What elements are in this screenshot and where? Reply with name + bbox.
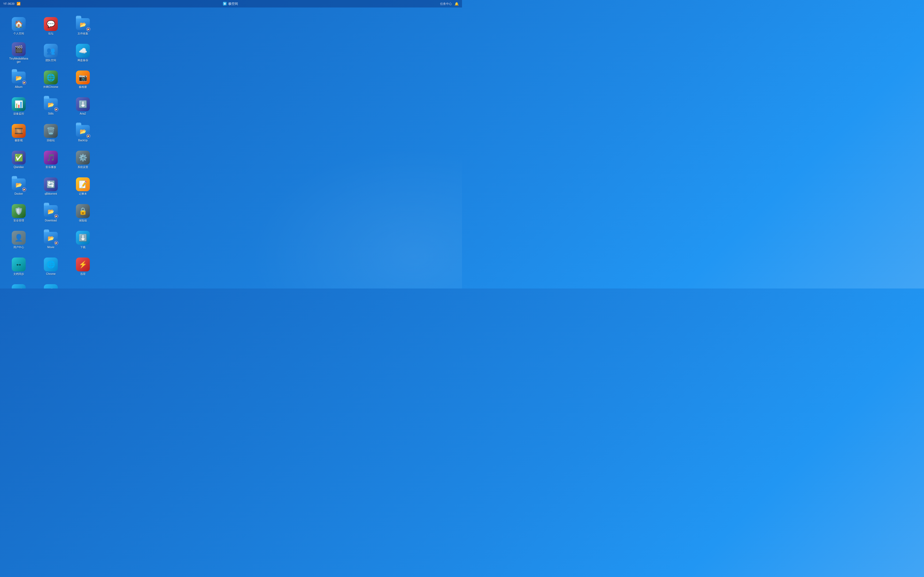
app-label-notes: 记事本 <box>79 192 87 195</box>
app-icon-img-storage-cabinet: 📷 <box>76 71 90 84</box>
app-icon-notes[interactable]: 📝 记事本 <box>67 173 99 200</box>
wifi-icon: 📶 <box>16 2 21 6</box>
app-label-album: Album <box>15 85 23 89</box>
notification-icon[interactable]: 🔔 <box>454 2 459 6</box>
app-label-chrome-app: Chrome <box>46 272 56 276</box>
app-icon-settings[interactable]: ⚙️ 系统设置 <box>67 147 99 173</box>
app-emoji-safe-box: 🔒 <box>79 207 87 215</box>
app-emoji-storage-cabinet: 📷 <box>79 73 87 82</box>
app-icon-movie-folder[interactable]: 📂 📁 Movie <box>35 227 67 253</box>
app-label-file-collect: 文件收集 <box>78 32 88 35</box>
app-icon-img-music: 🎵 <box>44 151 58 164</box>
folder-badge-file-collect: 📁 <box>86 27 90 31</box>
app-icon-img-file-collect: 📂 📁 <box>76 17 90 31</box>
app-label-swift: 迅雷 <box>80 272 86 276</box>
app-emoji-download-app: ⬇️ <box>79 234 87 242</box>
folder-badge-album: 📁 <box>22 81 26 85</box>
app-icon-music[interactable]: 🎵 音乐播放 <box>35 147 67 173</box>
folder-emoji-album: 📂 <box>16 75 22 81</box>
app-icon-storage-cabinet[interactable]: 📷 极相册 <box>67 66 99 93</box>
app-emoji-tiny-media: 🎬 <box>15 45 23 53</box>
app-icon-download-app[interactable]: ⬇️ 下载 <box>67 227 99 253</box>
app-icon-user-center[interactable]: 👤 用户中心 <box>3 227 35 253</box>
app-icon-docker-folder[interactable]: 📂 📁 Docker <box>3 173 35 200</box>
app-icon-file-sync[interactable]: ↔️ 文档同步 <box>3 253 35 280</box>
app-icon-img-aria2: ⬇️ <box>76 97 90 111</box>
app-icon-qbittorrent[interactable]: 🔄 qBittorrent <box>35 173 67 200</box>
app-icon-img-download-app: ⬇️ <box>76 231 90 245</box>
app-emoji-swift: ⚡ <box>79 260 87 269</box>
app-emoji-settings: ⚙️ <box>79 153 87 162</box>
app-icon-tiny-media[interactable]: 🎬 TinyMediaManager <box>3 40 35 66</box>
app-label-team-space: 团队空间 <box>45 59 56 62</box>
topbar-right: 任务中心 🔔 <box>440 2 459 6</box>
device-name: YF-9639 <box>3 2 15 5</box>
topbar-left: YF-9639 📶 <box>3 2 21 6</box>
app-icon-download-folder[interactable]: 📂 📁 Download <box>35 200 67 227</box>
topbar: YF-9639 📶 极 极空间 任务中心 🔔 <box>0 0 462 8</box>
app-icon-security[interactable]: 🛡️ 安全管理 <box>3 200 35 227</box>
app-icon-external-chrome[interactable]: 🌐 外网Chrome <box>35 66 67 93</box>
app-label-download-app: 下载 <box>80 246 86 249</box>
app-label-storage-cabinet: 极相册 <box>79 85 87 89</box>
topbar-center: 极 极空间 <box>21 2 440 6</box>
app-icon-img-movie-folder: 📂 📁 <box>44 231 58 245</box>
app-emoji-chrome-app: 🌐 <box>47 260 55 269</box>
app-icon-img-chrome-app: 🌐 <box>44 258 58 271</box>
app-label-safe-box: 保险箱 <box>79 219 87 222</box>
app-icon-swift[interactable]: ⚡ 迅雷 <box>67 253 99 280</box>
app-icon-device-monitor[interactable]: 📊 设备监控 <box>3 93 35 120</box>
app-label-cloud-backup: 网盘备份 <box>78 59 88 62</box>
app-icon-img-stills: 📂 📁 <box>44 97 58 111</box>
app-label-docker-folder: Docker <box>15 192 23 195</box>
app-label-movie-folder: Movie <box>47 246 55 249</box>
app-label-trash: 回收站 <box>47 139 55 142</box>
app-icon-file-collect[interactable]: 📂 📁 文件收集 <box>67 13 99 40</box>
folder-emoji-file-collect: 📂 <box>80 21 86 28</box>
app-icon-img-security: 🛡️ <box>12 204 26 218</box>
app-label-device-monitor: 设备监控 <box>13 112 24 115</box>
app-label-tiny-media: TinyMediaManager <box>9 57 28 64</box>
app-icon-backup[interactable]: 📂 📁 BackUp <box>67 120 99 147</box>
app-label-qbittorrent: qBittorrent <box>45 192 57 195</box>
folder-emoji-stills: 📂 <box>48 102 54 108</box>
app-icon-cloud-drive[interactable]: ☁️ CloudDrive <box>35 280 67 288</box>
app-icon-qiandao[interactable]: ✅ Qiandao <box>3 147 35 173</box>
folder-badge-docker-folder: 📁 <box>22 187 26 192</box>
app-label-file-sync: 文档同步 <box>13 272 24 276</box>
app-icon-forum[interactable]: 💬 论坛 <box>35 13 67 40</box>
app-icon-chrome-app[interactable]: 🌐 Chrome <box>35 253 67 280</box>
app-icon-img-safe-box: 🔒 <box>76 204 90 218</box>
app-label-stills: Stills <box>48 112 53 115</box>
app-icon-movie-app[interactable]: 🎞️ 极影视 <box>3 120 35 147</box>
app-icon-aria2[interactable]: ⬇️ Aria2 <box>67 93 99 120</box>
app-emoji-security: 🛡️ <box>15 207 23 215</box>
app-icon-album[interactable]: 📂 📁 Album <box>3 66 35 93</box>
app-icon-img-download-folder: 📂 📁 <box>44 204 58 218</box>
app-emoji-cloud-backup: ☁️ <box>79 47 87 55</box>
app-emoji-docker-app: 🐋 <box>15 287 23 289</box>
app-icon-trash[interactable]: 🗑️ 回收站 <box>35 120 67 147</box>
app-icon-personal-space[interactable]: 🏠 个人空间 <box>3 13 35 40</box>
app-icon-img-external-chrome: 🌐 <box>44 71 58 84</box>
app-icon-docker-app[interactable]: 🐋 docker <box>3 280 35 288</box>
task-center-btn[interactable]: 任务中心 <box>440 2 452 6</box>
app-label-external-chrome: 外网Chrome <box>43 85 58 89</box>
app-emoji-cloud-drive: ☁️ <box>47 287 55 289</box>
app-icon-img-album: 📂 📁 <box>12 71 26 84</box>
app-icon-img-cloud-drive: ☁️ <box>44 284 58 288</box>
app-label-aria2: Aria2 <box>80 112 86 115</box>
app-icon-img-qiandao: ✅ <box>12 151 26 164</box>
app-icon-cloud-backup[interactable]: ☁️ 网盘备份 <box>67 40 99 66</box>
app-icon-img-docker-folder: 📂 📁 <box>12 177 26 191</box>
app-emoji-music: 🎵 <box>47 153 55 162</box>
app-label-security: 安全管理 <box>13 219 24 222</box>
app-icon-safe-box[interactable]: 🔒 保险箱 <box>67 200 99 227</box>
app-icon-stills[interactable]: 📂 📁 Stills <box>35 93 67 120</box>
app-icon-team-space[interactable]: 👥 团队空间 <box>35 40 67 66</box>
desktop: 🏠 个人空间 💬 论坛 📂 📁 文件收集 🎬 TinyMediaManager … <box>0 8 102 288</box>
app-icon-img-trash: 🗑️ <box>44 124 58 138</box>
app-icon-img-cloud-backup: ☁️ <box>76 44 90 58</box>
app-icon-img-forum: 💬 <box>44 17 58 31</box>
app-icon-img-settings: ⚙️ <box>76 151 90 164</box>
